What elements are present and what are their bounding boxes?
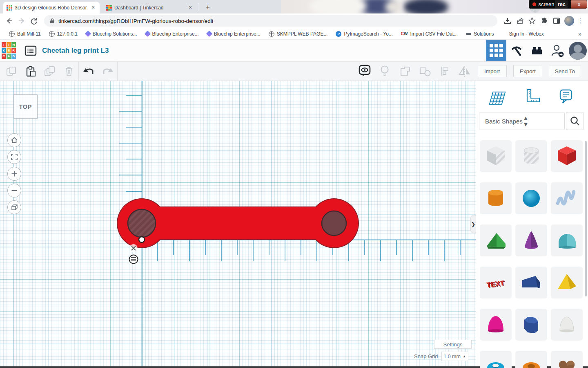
shape-box-transparent[interactable]: [480, 140, 512, 172]
shape-heart[interactable]: [551, 351, 583, 368]
bookmark-item[interactable]: Bluechip Solutions...: [82, 30, 140, 38]
panel-collapse-chevron[interactable]: ❯: [470, 215, 476, 233]
tinkercad-logo[interactable]: TIN KER CAD: [2, 42, 16, 59]
sphere-icon: [519, 186, 543, 211]
back-icon[interactable]: [3, 15, 16, 27]
bookmark-items: Ball Mill-11127.0.0.1Bluechip Solutions.…: [6, 30, 547, 38]
panel-scrollbar[interactable]: [585, 141, 587, 296]
zoom-in-button[interactable]: [7, 167, 21, 181]
bookmark-item[interactable]: Sign In - Webex: [499, 30, 547, 38]
duplicate-icon[interactable]: [40, 62, 59, 81]
shape-polygon[interactable]: [515, 309, 547, 341]
bookmark-item[interactable]: CWImport CSV File Dat...: [398, 30, 461, 38]
redo-icon[interactable]: [98, 62, 117, 81]
shape-box[interactable]: [551, 140, 583, 172]
workplane-tool-icon[interactable]: [487, 87, 508, 108]
screenrec-close-button[interactable]: x: [571, 0, 587, 9]
fit-view-button[interactable]: [7, 150, 21, 164]
shape-cylinder[interactable]: [480, 182, 512, 214]
group-icon[interactable]: [394, 62, 414, 81]
invite-collaborator-button[interactable]: [547, 40, 568, 61]
lightbulb-icon[interactable]: [374, 62, 394, 81]
settings-button[interactable]: Settings: [434, 340, 472, 349]
tab-close-icon[interactable]: ✕: [187, 4, 194, 11]
shape-text[interactable]: TEXTTEXT: [480, 267, 512, 298]
bookmark-item[interactable]: PPyImageSearch - Yo...: [332, 30, 396, 38]
tinkercad-favicon: [106, 5, 112, 11]
url-bar[interactable]: tinkercad.com/things/gpRObIHPmFW-gloriou…: [44, 15, 497, 27]
shape-sphere[interactable]: [515, 182, 547, 214]
delete-icon[interactable]: [59, 62, 78, 81]
view-cube[interactable]: TOP: [13, 94, 38, 119]
shape-tube[interactable]: [515, 351, 547, 368]
shape-bone[interactable]: [117, 198, 359, 248]
search-shapes-button[interactable]: [566, 112, 584, 130]
shape-cone[interactable]: [515, 224, 547, 256]
copy-icon[interactable]: [2, 62, 21, 81]
shape-hole-right[interactable]: [322, 211, 346, 236]
refresh-icon[interactable]: [28, 15, 40, 27]
tinkercad-header: TIN KER CAD Cheetah leg print L3: [0, 40, 588, 62]
ruler-origin-handle[interactable]: [139, 237, 145, 242]
bookmark-item[interactable]: Ball Mill-11: [6, 30, 44, 38]
perspective-toggle-button[interactable]: [7, 200, 21, 214]
shape-wedge[interactable]: [515, 267, 547, 298]
browser-tab-inactive[interactable]: Dashboard | Tinkercad ✕: [103, 2, 197, 13]
browser-tab-active[interactable]: 3D design Glorious Robo-Densor ✕: [3, 2, 100, 13]
bookmark-item[interactable]: Bluechip Enterprise...: [204, 30, 264, 38]
bookmark-item[interactable]: 127.0.0.1: [46, 30, 81, 38]
shape-hole-left[interactable]: [128, 209, 156, 237]
design-menu-icon[interactable]: [23, 44, 38, 58]
bookmark-item[interactable]: SKMPPL WEB PAGE...: [265, 30, 331, 38]
lock-icon: [50, 18, 55, 24]
align-icon[interactable]: [434, 62, 454, 81]
export-button[interactable]: Export: [513, 65, 542, 77]
design-canvas[interactable]: TOP ❯ Settings Snap Grid 1.0 mm▲: [0, 81, 476, 366]
side-panel-icon[interactable]: [550, 15, 563, 27]
ruler-menu-icon[interactable]: [129, 255, 138, 264]
paste-icon[interactable]: [21, 62, 40, 81]
shape-roof[interactable]: [480, 224, 512, 256]
bookmarks-overflow-icon[interactable]: »: [578, 31, 581, 37]
snap-grid-dropdown[interactable]: 1.0 mm▲: [441, 352, 468, 361]
undo-icon[interactable]: [79, 62, 98, 81]
bookmark-star-icon[interactable]: [526, 15, 538, 27]
brick-builder-button[interactable]: [527, 40, 547, 61]
ruler-close-icon[interactable]: [129, 244, 138, 252]
bookmark-item[interactable]: Bluechip Enterprise...: [142, 30, 202, 38]
spark-favicon-icon: [144, 31, 151, 37]
minecraft-pickaxe-button[interactable]: [506, 40, 527, 61]
profile-avatar[interactable]: [569, 42, 587, 60]
show-all-icon[interactable]: [354, 62, 374, 81]
extensions-puzzle-icon[interactable]: [538, 15, 550, 27]
import-button[interactable]: Import: [478, 65, 507, 77]
downloads-icon[interactable]: [501, 15, 514, 27]
editor-3d-view-button[interactable]: [486, 40, 506, 61]
brick-icon: [530, 44, 544, 58]
bookmark-item[interactable]: Solutions: [463, 30, 497, 38]
forward-icon[interactable]: [16, 15, 28, 27]
shape-pyramid[interactable]: [551, 267, 583, 298]
shape-category-dropdown[interactable]: Basic Shapes ▲▼: [479, 112, 565, 130]
browser-menu-icon[interactable]: ⋮: [576, 17, 585, 25]
shape-paraboloid[interactable]: [480, 309, 512, 341]
shape-cylinder-transparent[interactable]: [515, 140, 547, 172]
shape-round-roof[interactable]: [551, 224, 583, 256]
ungroup-icon[interactable]: [414, 62, 434, 81]
ruler-tool-icon[interactable]: [521, 87, 542, 108]
home-view-button[interactable]: [7, 133, 21, 147]
send-to-button[interactable]: Send To: [549, 65, 581, 77]
share-icon[interactable]: [514, 15, 526, 27]
browser-profile-avatar[interactable]: [564, 16, 574, 26]
tab-close-icon[interactable]: ✕: [90, 4, 96, 11]
new-tab-button[interactable]: +: [203, 2, 213, 13]
zoom-out-button[interactable]: [7, 184, 21, 197]
shape-half-sphere[interactable]: [551, 309, 583, 341]
shape-scribble[interactable]: [551, 182, 583, 214]
notes-tool-icon[interactable]: [555, 87, 577, 108]
design-title[interactable]: Cheetah leg print L3: [42, 47, 109, 55]
shape-torus[interactable]: [480, 351, 512, 368]
screenrec-pill[interactable]: screen rec: [529, 0, 571, 9]
heart-icon: [555, 355, 579, 368]
mirror-icon[interactable]: [454, 62, 474, 81]
